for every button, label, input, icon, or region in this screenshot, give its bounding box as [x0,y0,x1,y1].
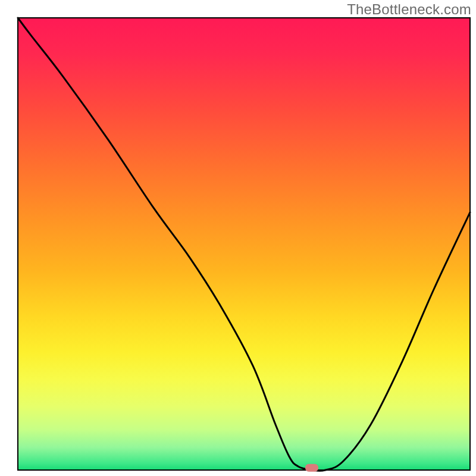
bottleneck-chart [0,0,476,476]
optimal-marker [305,464,318,472]
plot-background [18,18,470,470]
watermark-text: TheBottleneck.com [347,1,471,18]
chart-container: TheBottleneck.com [0,0,476,476]
